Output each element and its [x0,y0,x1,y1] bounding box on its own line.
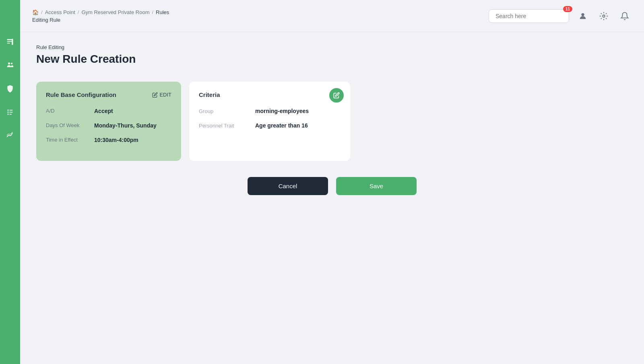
group-field-row: Group morning-employees [199,108,341,114]
breadcrumb-current: Rules [156,9,169,15]
breadcrumb: 🏠 / Access Point / Gym Reserved Private … [32,9,169,15]
breadcrumb-sep-2: / [78,9,79,15]
criteria-card: Criteria Group morning-employees Personn… [189,82,350,161]
svg-point-10 [7,113,8,115]
criteria-title: Criteria [199,91,341,98]
save-button[interactable]: Save [336,177,417,195]
days-field-row: Days Of Week Monday-Thurs, Sunday [46,122,171,129]
breadcrumb-sep-1: / [41,9,43,15]
edit-label: EDIT [159,92,171,98]
sidebar-icon-groups[interactable] [4,60,16,71]
svg-point-5 [11,63,12,64]
page-content: Rule Editing New Rule Creation Rule Base… [20,32,644,364]
days-label: Days Of Week [46,122,94,128]
svg-rect-1 [7,41,12,42]
ad-field-row: A/D Accept [46,108,171,114]
criteria-edit-button[interactable] [329,88,344,103]
user-profile-button[interactable] [576,9,590,23]
breadcrumb-sep-3: / [152,9,153,15]
edit-icon [152,92,158,98]
rule-base-card-title: Rule Base Configuration [46,91,116,98]
personnel-trait-value: Age greater than 16 [255,122,308,129]
card-header-row: Rule Base Configuration EDIT [46,91,171,98]
sidebar-icon-shield[interactable] [4,83,16,94]
header-right: 11 [489,9,632,23]
group-label: Group [199,108,255,114]
sidebar-icon-rules[interactable] [4,106,16,117]
action-buttons: Cancel Save [36,177,628,195]
rule-base-edit-button[interactable]: EDIT [152,92,171,98]
search-input[interactable] [489,9,569,23]
svg-point-12 [581,13,584,16]
cancel-button[interactable]: Cancel [248,177,328,195]
svg-rect-11 [9,114,12,115]
time-label: Time in Effect [46,137,94,143]
svg-rect-7 [9,110,12,111]
time-field-row: Time in Effect 10:30am-4:00pm [46,137,171,143]
breadcrumb-gym[interactable]: Gym Reserved Private Room [81,9,149,15]
sidebar-icon-analytics[interactable] [4,130,16,141]
notifications-button[interactable] [617,9,632,23]
rule-base-card: Rule Base Configuration EDIT A/D Accept … [36,82,181,161]
svg-point-8 [7,111,8,113]
search-box-container: 11 [489,9,569,23]
breadcrumb-section: 🏠 / Access Point / Gym Reserved Private … [32,9,169,23]
svg-point-13 [603,15,605,17]
breadcrumb-access-point[interactable]: Access Point [45,9,75,15]
cards-row: Rule Base Configuration EDIT A/D Accept … [36,82,628,161]
time-value: 10:30am-4:00pm [94,137,138,143]
svg-rect-2 [7,43,10,44]
personnel-trait-label: Personnel Trait [199,123,255,129]
sidebar-icon-contacts[interactable] [4,36,16,47]
settings-button[interactable] [597,9,611,23]
group-value: morning-employees [255,108,309,114]
days-value: Monday-Thurs, Sunday [94,122,157,129]
header: 🏠 / Access Point / Gym Reserved Private … [20,0,644,32]
svg-rect-9 [9,112,12,113]
home-icon: 🏠 [32,9,39,15]
svg-rect-0 [7,39,12,40]
main-wrapper: 🏠 / Access Point / Gym Reserved Private … [20,0,644,364]
page-label: Rule Editing [36,44,628,50]
personnel-trait-field-row: Personnel Trait Age greater than 16 [199,122,341,129]
criteria-edit-icon [333,92,340,99]
svg-point-4 [8,62,10,64]
svg-rect-3 [12,39,13,45]
breadcrumb-subtitle: Editing Rule [32,17,169,23]
page-title: New Rule Creation [36,53,628,66]
ad-value: Accept [94,108,113,114]
notification-badge: 11 [563,6,572,12]
ad-label: A/D [46,108,94,114]
sidebar [0,0,20,364]
svg-point-6 [7,109,8,111]
